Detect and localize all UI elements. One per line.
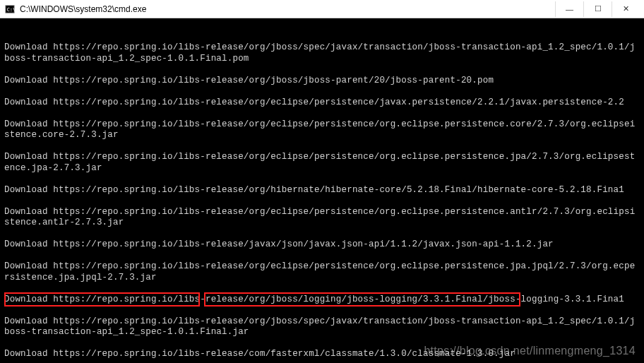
cmd-icon: C:\ — [4, 4, 16, 15]
output-line: Download https://repo.spring.io/libs-rel… — [4, 42, 640, 64]
output-line: Download https://repo.spring.io/libs-rel… — [4, 294, 640, 306]
output-line: Download https://repo.spring.io/libs-rel… — [4, 185, 640, 196]
output-line: Download https://repo.spring.io/libs-rel… — [4, 239, 640, 251]
svg-text:C:\: C:\ — [7, 6, 15, 12]
close-button[interactable]: ✕ — [612, 1, 640, 17]
output-line: Download https://repo.spring.io/libs-rel… — [4, 261, 640, 283]
watermark-text: https://blog.csdn.net/linmengmeng_1314 — [424, 345, 636, 357]
window-controls: — ☐ ✕ — [555, 1, 640, 17]
terminal-output[interactable]: Download https://repo.spring.io/libs-rel… — [0, 18, 644, 363]
output-line: Download https://repo.spring.io/libs-rel… — [4, 76, 640, 87]
window-titlebar: C:\ C:\WINDOWS\system32\cmd.exe — ☐ ✕ — [0, 0, 644, 18]
minimize-button[interactable]: — — [555, 1, 583, 17]
output-line: Download https://repo.spring.io/libs-rel… — [4, 97, 640, 109]
output-line: Download https://repo.spring.io/libs-rel… — [4, 207, 640, 229]
window-title: C:\WINDOWS\system32\cmd.exe — [20, 4, 555, 14]
output-line: Download https://repo.spring.io/libs-rel… — [4, 152, 640, 174]
maximize-button[interactable]: ☐ — [583, 1, 612, 17]
output-line: Download https://repo.spring.io/libs-rel… — [4, 316, 640, 338]
output-line: Download https://repo.spring.io/libs-rel… — [4, 119, 640, 141]
